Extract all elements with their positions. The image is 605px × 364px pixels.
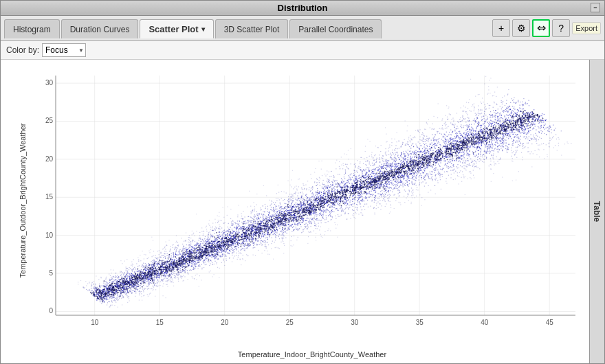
scatter-plot-canvas [35, 65, 589, 336]
title-bar: Distribution − [1, 1, 604, 16]
tab-scatter-plot[interactable]: Scatter Plot ▾ [140, 19, 213, 38]
settings-button[interactable]: ⚙ [512, 19, 530, 37]
scatter-plot-dropdown-arrow[interactable]: ▾ [201, 25, 205, 33]
tab-histogram[interactable]: Histogram [4, 19, 60, 38]
table-side-tab[interactable]: Table [589, 60, 604, 363]
color-by-select[interactable]: Focus None Variable [42, 43, 86, 57]
chart-area: Temperature_Outdoor_BrightCounty_Weather… [1, 60, 589, 363]
minimize-button[interactable]: − [591, 3, 600, 12]
help-button[interactable]: ? [552, 19, 570, 37]
x-axis-label: Temperature_Indoor_BrightCounty_Weather [238, 350, 386, 359]
table-tab-label: Table [593, 201, 602, 222]
window-title: Distribution [278, 3, 328, 13]
color-by-label: Color by: [6, 45, 39, 55]
tab-duration-curves[interactable]: Duration Curves [61, 19, 139, 38]
tab-bar: Histogram Duration Curves Scatter Plot ▾… [1, 16, 604, 41]
move-button[interactable]: ⇔ [532, 19, 550, 37]
export-label: Export [572, 22, 601, 34]
y-axis-label: Temperature_Outdoor_BrightCounty_Weather [19, 124, 27, 278]
tab-3d-scatter-plot[interactable]: 3D Scatter Plot [215, 19, 289, 38]
main-content: Temperature_Outdoor_BrightCounty_Weather… [1, 60, 604, 363]
tab-actions: + ⚙ ⇔ ? Export [492, 19, 601, 39]
main-window: Distribution − Histogram Duration Curves… [0, 0, 605, 364]
tab-parallel-coordinates[interactable]: Parallel Coordinates [289, 19, 382, 38]
add-view-button[interactable]: + [492, 19, 510, 37]
grid-and-plot: Temperature_Outdoor_BrightCounty_Weather… [35, 65, 589, 336]
color-by-select-wrapper[interactable]: Focus None Variable [42, 43, 86, 57]
toolbar: Color by: Focus None Variable [1, 41, 604, 60]
